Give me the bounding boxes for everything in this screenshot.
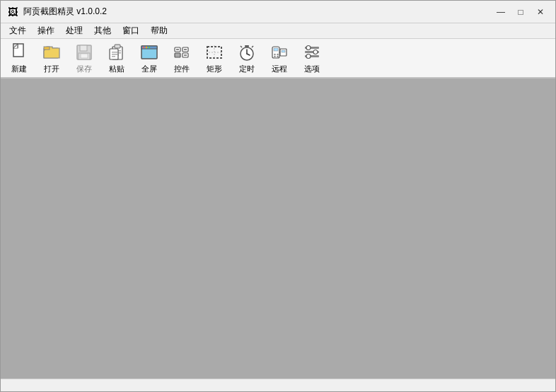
svg-rect-26 [176,49,179,50]
menu-process[interactable]: 处理 [60,24,88,38]
new-icon [9,42,29,62]
title-bar: 🖼 阿贡截图精灵 v1.0.0.2 — □ ✕ [1,1,555,23]
save-icon [74,42,94,62]
control-icon [172,42,192,62]
rect-button[interactable]: 矩形 [199,41,230,75]
svg-point-43 [277,53,278,54]
fullscreen-button[interactable]: 全屏 [134,41,165,75]
window-controls: — □ ✕ [492,5,550,19]
new-label: 新建 [11,64,27,74]
main-window: 🖼 阿贡截图精灵 v1.0.0.2 — □ ✕ 文件 操作 处理 其他 窗口 帮… [0,0,556,392]
svg-rect-28 [184,54,187,56]
svg-rect-41 [274,48,278,51]
menu-help[interactable]: 帮助 [145,24,173,38]
svg-point-19 [143,46,144,47]
control-button[interactable]: 控件 [166,41,197,75]
svg-point-50 [306,45,311,50]
svg-point-42 [274,53,275,54]
app-icon: 🖼 [6,6,19,18]
paste-button[interactable]: 粘贴 [101,41,132,75]
rect-icon [204,42,224,62]
svg-rect-7 [81,54,88,58]
svg-rect-23 [175,53,180,57]
fullscreen-label: 全屏 [141,64,157,74]
save-label: 保存 [76,64,92,74]
svg-rect-27 [184,49,187,50]
timer-label: 定时 [239,64,255,74]
svg-point-45 [277,55,278,57]
control-label: 控件 [174,64,190,74]
menu-bar: 文件 操作 处理 其他 窗口 帮助 [1,23,555,39]
timer-button[interactable]: 定时 [231,41,262,75]
svg-rect-15 [112,54,117,55]
options-button[interactable]: 选项 [296,41,328,75]
remote-button[interactable]: 远程 [264,41,295,75]
new-button[interactable]: 新建 [4,41,35,75]
svg-rect-16 [112,56,115,57]
timer-icon [237,42,257,62]
svg-point-52 [306,54,311,58]
options-label: 选项 [304,64,320,74]
remote-label: 远程 [272,64,287,74]
svg-point-51 [313,50,318,54]
menu-window[interactable]: 窗口 [117,24,145,38]
maximize-button[interactable]: □ [511,5,530,19]
main-canvas[interactable] [1,79,555,379]
svg-line-37 [252,46,253,47]
open-button[interactable]: 打开 [36,41,67,75]
open-icon [42,42,62,62]
rect-label: 矩形 [207,64,222,74]
status-bar [1,379,555,391]
open-label: 打开 [44,64,59,74]
options-icon [302,42,322,62]
menu-operate[interactable]: 操作 [32,24,60,38]
menu-other[interactable]: 其他 [88,24,117,38]
svg-point-21 [149,46,150,47]
svg-line-36 [241,46,242,47]
svg-rect-46 [282,50,285,52]
svg-point-44 [274,55,275,57]
fullscreen-icon [139,42,159,62]
paste-label: 粘贴 [109,64,124,74]
svg-point-20 [146,46,147,47]
minimize-button[interactable]: — [492,5,510,19]
close-button[interactable]: ✕ [531,5,550,19]
toolbar: 新建 打开 保存 [1,39,555,79]
svg-rect-5 [80,45,87,51]
paste-icon [107,42,127,62]
svg-rect-9 [115,45,120,48]
svg-rect-35 [245,45,249,47]
svg-rect-14 [112,52,117,53]
svg-rect-3 [44,47,50,50]
save-button[interactable]: 保存 [69,41,100,75]
remote-icon [270,42,289,62]
menu-file[interactable]: 文件 [4,24,32,38]
window-title: 阿贡截图精灵 v1.0.0.2 [23,6,492,18]
